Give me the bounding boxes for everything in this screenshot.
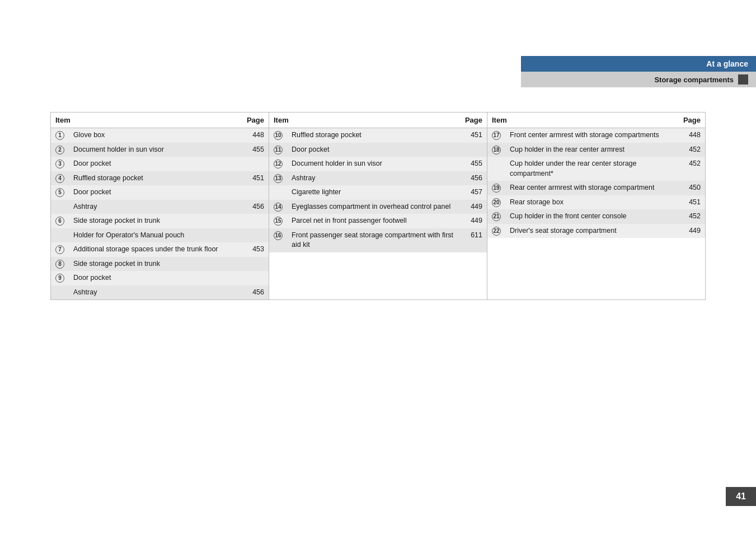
item-number: 14 (269, 200, 287, 214)
item-number: 19 (487, 181, 505, 195)
tables-wrapper: Item Page 1Glove box4482Document holder … (50, 112, 706, 300)
item-text: Rear center armrest with storage compart… (505, 181, 679, 195)
item-text: Document holder in sun visor (69, 143, 242, 157)
circled-number: 22 (492, 227, 501, 236)
circled-number: 9 (55, 274, 64, 283)
item-text: Ashtray (287, 171, 461, 186)
page-value: 449 (679, 224, 705, 238)
page-value (461, 143, 487, 157)
circled-number: 10 (274, 131, 283, 140)
main-content: Item Page 1Glove box4482Document holder … (50, 112, 706, 300)
item-number: 13 (269, 171, 287, 186)
circled-number: 7 (55, 245, 64, 254)
table-row: 14Eyeglasses compartment in overhead con… (269, 200, 487, 214)
circled-number: 17 (492, 131, 501, 140)
table-row: Ashtray456 (51, 200, 269, 214)
item-text: Additional storage spaces under the trun… (69, 242, 242, 257)
page-value (242, 214, 269, 228)
table-row: 15Parcel net in front passenger footwell… (269, 214, 487, 228)
page-value (242, 157, 269, 171)
page-value: 452 (679, 143, 705, 157)
item-number: 12 (269, 157, 287, 171)
at-a-glance-bar: At a glance (521, 56, 756, 72)
page-value: 452 (679, 157, 705, 181)
table-row: 5Door pocket (51, 185, 269, 200)
circled-number: 5 (55, 188, 64, 197)
item-number: 10 (269, 128, 287, 143)
item-number: 5 (51, 185, 69, 200)
item-number: 18 (487, 143, 505, 157)
item-number (51, 228, 69, 243)
table-row: 8Side storage pocket in trunk (51, 257, 269, 271)
page-value: 451 (242, 171, 269, 186)
item-text: Door pocket (69, 157, 242, 171)
item-number: 11 (269, 143, 287, 157)
item-text: Holder for Operator's Manual pouch (69, 228, 242, 243)
circled-number: 21 (492, 212, 501, 221)
table-row: 18Cup holder in the rear center armrest4… (487, 143, 705, 157)
page-value (242, 228, 269, 243)
circled-number: 11 (274, 146, 283, 154)
page-value: 455 (461, 157, 487, 171)
item-text: Rear storage box (505, 195, 679, 210)
item-text: Door pocket (69, 271, 242, 285)
item-number: 2 (51, 143, 69, 157)
page-value: 456 (461, 171, 487, 186)
page-value (242, 185, 269, 200)
item-number: 6 (51, 214, 69, 228)
table-row: 11Door pocket (269, 143, 487, 157)
page-value: 456 (242, 200, 269, 214)
item-text: Side storage pocket in trunk (69, 214, 242, 228)
item-text: Ashtray (69, 200, 242, 214)
page-value: 451 (461, 128, 487, 143)
table-row: 16Front passenger seat storage compartme… (269, 228, 487, 252)
circled-number: 8 (55, 260, 64, 269)
item-text: Cigarette lighter (287, 185, 461, 200)
item-number: 16 (269, 228, 287, 252)
table-2-header-row: Item Page (269, 113, 487, 128)
item-number (51, 200, 69, 214)
item-number: 21 (487, 209, 505, 224)
item-text: Document holder in sun visor (287, 157, 461, 171)
page-value: 450 (679, 181, 705, 195)
circled-number: 18 (492, 146, 501, 154)
table-row: 2Document holder in sun visor455 (51, 143, 269, 157)
item-number (51, 285, 69, 300)
col3-item-header: Item (487, 113, 679, 128)
table-1: Item Page 1Glove box4482Document holder … (51, 113, 269, 299)
page-value: 449 (461, 200, 487, 214)
circled-number: 14 (274, 203, 283, 212)
item-number: 15 (269, 214, 287, 228)
page-value: 453 (242, 242, 269, 257)
table-row: Ashtray456 (51, 285, 269, 300)
table-row: 1Glove box448 (51, 128, 269, 143)
circled-number: 16 (274, 231, 283, 240)
item-text: Ruffled storage pocket (287, 128, 461, 143)
item-number (487, 157, 505, 181)
page-value: 456 (242, 285, 269, 300)
table-row: 4Ruffled storage pocket451 (51, 171, 269, 186)
table-section-1: Item Page 1Glove box4482Document holder … (50, 112, 269, 300)
item-text: Driver's seat storage compartment (505, 224, 679, 238)
page-number: 41 (736, 491, 746, 501)
col1-page-header: Page (242, 113, 269, 128)
item-text: Side storage pocket in trunk (69, 257, 242, 271)
item-number: 3 (51, 157, 69, 171)
page-value: 448 (242, 128, 269, 143)
storage-compartments-label: Storage compartments (654, 76, 734, 84)
table-section-2: Item Page 10Ruffled storage pocket45111D… (269, 112, 487, 300)
circled-number: 6 (55, 217, 64, 226)
item-text: Ashtray (69, 285, 242, 300)
page-value: 452 (679, 209, 705, 224)
table-row: 22Driver's seat storage compartment449 (487, 224, 705, 238)
at-a-glance-label: At a glance (706, 59, 748, 68)
item-text: Ruffled storage pocket (69, 171, 242, 186)
circled-number: 3 (55, 160, 64, 168)
table-1-header-row: Item Page (51, 113, 269, 128)
item-number: 7 (51, 242, 69, 257)
table-3: Item Page 17Front center armrest with st… (487, 113, 705, 238)
page-value (242, 271, 269, 285)
item-text: Door pocket (69, 185, 242, 200)
item-text: Eyeglasses compartment in overhead contr… (287, 200, 461, 214)
item-number: 1 (51, 128, 69, 143)
